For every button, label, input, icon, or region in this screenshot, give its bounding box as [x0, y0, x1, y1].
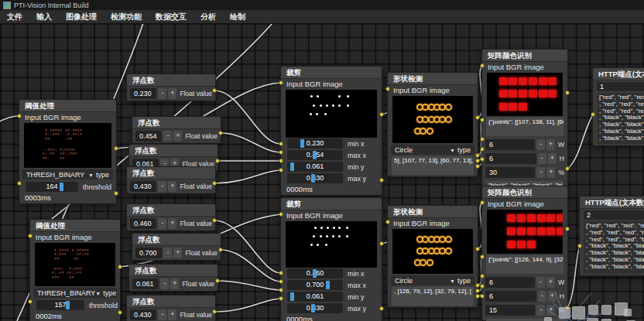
node-title[interactable]: 形状检测	[388, 73, 478, 85]
decrement-button[interactable]: -	[536, 167, 545, 178]
increment-button[interactable]: +	[548, 291, 557, 302]
node-title[interactable]: HTTP端点(文本数据	[593, 68, 644, 80]
width-value-input[interactable]: 6	[485, 277, 535, 288]
node-title[interactable]: 浮点数	[127, 295, 215, 308]
decrement-button[interactable]: -	[160, 278, 169, 289]
points-input-text[interactable]: {"points": [[126, 144, 9], [32,	[486, 255, 564, 274]
max-x-slider[interactable]: 0.454	[287, 150, 343, 160]
node-http-endpoint-2[interactable]: HTTP端点(文本数据) 2 ["red", "red", "red", "re…	[579, 196, 644, 276]
width-value-input[interactable]: 6	[485, 139, 535, 150]
slider-handle[interactable]	[66, 301, 70, 309]
float-value-input[interactable]: 0.230	[130, 88, 156, 99]
points-input-text[interactable]: {"points": [[107, 138, 11], [60	[486, 118, 564, 136]
payload-text[interactable]: ["red", "red", "red", , "red", "red", "r…	[597, 93, 644, 144]
increment-button[interactable]: +	[546, 139, 555, 150]
node-float-2[interactable]: 浮点数 0.454 - + Float value	[132, 116, 221, 144]
increment-button[interactable]: +	[546, 277, 555, 288]
increment-button[interactable]: +	[173, 248, 182, 258]
decrement-button[interactable]: -	[538, 153, 546, 164]
node-title[interactable]: 阈值处理	[19, 100, 116, 112]
node-matrix-color-1[interactable]: 矩阵颜色识别 Input BGR image {"points": [[107,…	[481, 49, 568, 194]
float-value-input[interactable]: 0.454	[135, 131, 162, 142]
float-value-input[interactable]: 0.460	[130, 218, 156, 229]
type-dropdown[interactable]: Circle ▼type	[391, 145, 474, 155]
node-shape-detect-1[interactable]: 形状检测 Input BGR image Circle ▼type 5], [1…	[387, 72, 478, 177]
min-x-slider[interactable]: 0.230	[287, 138, 343, 149]
increment-button[interactable]: +	[168, 309, 176, 320]
increment-button[interactable]: +	[546, 167, 555, 178]
height-value-input[interactable]: 6	[485, 153, 536, 164]
endpoint-id-input[interactable]: 2	[584, 210, 644, 220]
node-float-5[interactable]: 浮点数 0.460 - + Float value	[126, 203, 216, 231]
min-x-slider[interactable]: 0.460	[287, 268, 343, 278]
float-value-input[interactable]: 0.700	[135, 248, 162, 258]
decrement-button[interactable]: -	[538, 291, 546, 302]
increment-button[interactable]: +	[546, 305, 555, 316]
endpoint-id-input[interactable]: 1	[597, 82, 644, 91]
type-dropdown[interactable]: Circle ▼type	[391, 275, 474, 285]
node-title[interactable]: 浮点数	[127, 167, 215, 179]
percent-value-input[interactable]: 15	[485, 305, 535, 316]
node-title[interactable]: 浮点数	[127, 204, 215, 217]
max-x-slider[interactable]: 0.700	[287, 280, 343, 290]
height-value-input[interactable]: 6	[485, 291, 536, 302]
decrement-button[interactable]: -	[536, 277, 545, 288]
decrement-button[interactable]: -	[158, 218, 166, 229]
slider-handle[interactable]	[290, 292, 294, 301]
node-title[interactable]: 浮点数	[132, 117, 221, 129]
decrement-button[interactable]: -	[158, 181, 166, 192]
min-y-slider[interactable]: 0.061	[287, 292, 343, 302]
increment-button[interactable]: +	[173, 131, 182, 142]
node-crop-1[interactable]: 裁剪 Input BGR image 0.230 min x 0.454 max…	[280, 66, 382, 196]
slider-handle[interactable]	[313, 269, 317, 278]
node-float-7[interactable]: 浮点数 0.061 - + Float value	[128, 264, 218, 292]
node-editor-canvas[interactable]: 阈值处理 Input BGR image #:##### ##:#### #||…	[0, 23, 644, 321]
menu-draw[interactable]: 绘制	[223, 10, 252, 23]
node-title[interactable]: 裁剪	[281, 67, 382, 79]
menu-analysis[interactable]: 分析	[194, 10, 223, 23]
max-y-slider[interactable]: 0.430	[287, 173, 343, 183]
node-threshold-2[interactable]: 阈值处理 Input BGR image #:#### #:##### #|##…	[29, 219, 121, 321]
min-y-slider[interactable]: 0.061	[287, 162, 343, 172]
payload-text[interactable]: ["red", "red", "red", "red , "red", "red…	[584, 221, 644, 274]
type-dropdown[interactable]: THRESH_BINARY ▼type	[33, 288, 117, 298]
increment-button[interactable]: +	[168, 181, 176, 192]
node-matrix-color-2[interactable]: 矩阵颜色识别 Input BGR image {"points": [[126,…	[481, 186, 568, 321]
menu-file[interactable]: 文件	[0, 10, 29, 23]
float-value-input[interactable]: 0.061	[132, 278, 159, 289]
node-title[interactable]: HTTP端点(文本数据)	[580, 196, 644, 209]
slider-handle[interactable]	[60, 183, 63, 191]
node-title[interactable]: 浮点数	[129, 145, 218, 157]
node-shape-detect-2[interactable]: 形状检测 Input BGR image Circle ▼type , [126…	[387, 205, 478, 308]
node-http-endpoint-1[interactable]: HTTP端点(文本数据 1 ["red", "red", "red", , "r…	[592, 67, 644, 146]
menu-detection[interactable]: 检测功能	[104, 10, 149, 23]
decrement-button[interactable]: -	[536, 139, 545, 150]
slider-handle[interactable]	[326, 281, 330, 289]
decrement-button[interactable]: -	[536, 305, 545, 316]
node-float-6[interactable]: 浮点数 0.700 - + Float value	[132, 233, 221, 261]
slider-handle[interactable]	[311, 174, 315, 183]
node-float-4[interactable]: 浮点数 0.430 - + Float value	[126, 166, 216, 194]
menu-input[interactable]: 输入	[29, 10, 59, 23]
node-title[interactable]: 阈值处理	[30, 220, 120, 232]
float-value-input[interactable]: 0.430	[130, 181, 156, 192]
max-y-slider[interactable]: 0.430	[287, 303, 343, 313]
percent-value-input[interactable]: 30	[485, 167, 535, 178]
increment-button[interactable]: +	[170, 278, 179, 289]
slider-handle[interactable]	[290, 162, 294, 171]
slider-handle[interactable]	[313, 151, 317, 159]
decrement-button[interactable]: -	[158, 309, 166, 320]
node-title[interactable]: 浮点数	[132, 234, 221, 246]
node-threshold-1[interactable]: 阈值处理 Input BGR image #:##### ##:#### #||…	[19, 99, 117, 204]
detection-output-text[interactable]: 5], [107, 77, 13], [60, 77, 13],	[392, 156, 474, 175]
node-title[interactable]: 形状检测	[388, 206, 478, 218]
decrement-button[interactable]: -	[163, 248, 172, 258]
decrement-button[interactable]: -	[163, 131, 172, 142]
node-title[interactable]: 浮点数	[129, 265, 218, 277]
node-crop-2[interactable]: 裁剪 Input BGR image 0.460 min x 0.700 max…	[280, 197, 382, 321]
node-title[interactable]: 矩阵颜色识别	[482, 50, 567, 62]
float-value-input[interactable]: 0.430	[130, 309, 156, 320]
menu-image-processing[interactable]: 图像处理	[59, 10, 104, 23]
menu-data-exchange[interactable]: 数据交互	[149, 10, 194, 23]
slider-handle[interactable]	[300, 139, 304, 148]
